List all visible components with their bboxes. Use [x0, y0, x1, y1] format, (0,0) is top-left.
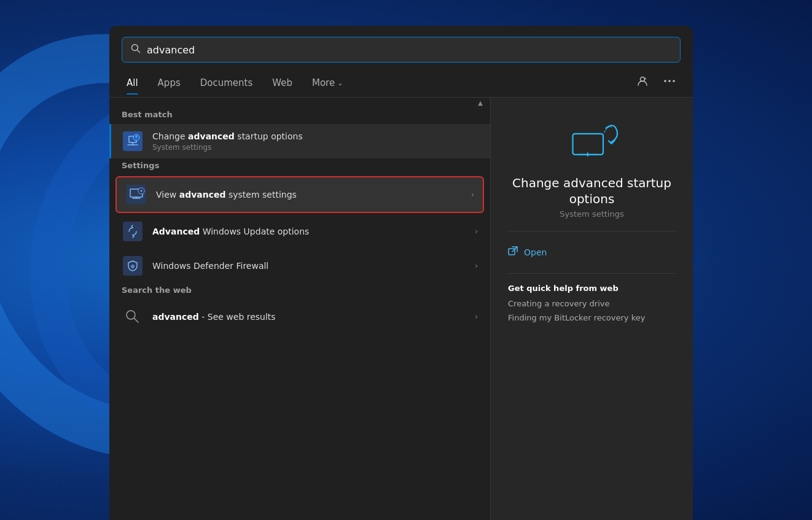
detail-icon-area: [508, 116, 676, 165]
result-change-startup-title: Change advanced startup options: [152, 131, 478, 142]
svg-point-3: [664, 80, 666, 82]
svg-rect-11: [123, 222, 142, 241]
result-windows-defender[interactable]: Windows Defender Firewall ›: [109, 249, 490, 283]
svg-point-14: [127, 311, 135, 319]
result-windows-update[interactable]: Advanced Windows Update options ›: [109, 214, 490, 249]
svg-line-15: [135, 319, 139, 323]
svg-point-13: [131, 265, 135, 268]
result-web-search[interactable]: advanced - See web results ›: [109, 300, 490, 334]
detail-subtitle: System settings: [508, 209, 676, 219]
open-external-icon: [508, 246, 518, 258]
shield-icon: [122, 255, 144, 277]
detail-divider-2: [508, 273, 676, 274]
search-icon: [131, 44, 141, 56]
result-view-advanced-title: View advanced system settings: [156, 189, 463, 200]
section-web-label: Search the web: [109, 283, 490, 300]
svg-line-1: [138, 50, 140, 53]
search-query-text: advanced: [147, 44, 671, 56]
right-panel: Change advanced startup options System s…: [490, 98, 693, 520]
result-windows-update-title: Advanced Windows Update options: [152, 226, 466, 237]
search-panel: advanced All Apps Documents Web More ⌄: [109, 26, 693, 520]
svg-rect-8: [127, 185, 146, 204]
result-web-search-title: advanced - See web results: [152, 311, 466, 322]
result-web-search-text: advanced - See web results: [152, 311, 466, 322]
tab-documents[interactable]: Documents: [190, 72, 263, 95]
svg-rect-16: [572, 134, 603, 155]
tab-all[interactable]: All: [122, 72, 148, 95]
svg-point-5: [673, 80, 675, 82]
windows-update-chevron: ›: [475, 227, 478, 236]
result-change-startup-subtitle: System settings: [152, 143, 478, 152]
svg-point-4: [668, 80, 671, 82]
windows-defender-chevron: ›: [475, 262, 478, 270]
web-search-icon: [122, 306, 144, 328]
detail-open-action[interactable]: Open: [508, 241, 676, 263]
tab-apps[interactable]: Apps: [148, 72, 190, 95]
section-settings-label: Settings: [109, 158, 490, 175]
detail-link-2[interactable]: Finding my BitLocker recovery key: [508, 311, 676, 325]
svg-rect-6: [123, 131, 142, 151]
detail-open-label: Open: [524, 247, 547, 257]
tab-web[interactable]: Web: [262, 72, 302, 95]
result-windows-update-text: Advanced Windows Update options: [152, 226, 466, 237]
result-windows-defender-title: Windows Defender Firewall: [152, 260, 466, 271]
result-change-startup-text: Change advanced startup options System s…: [152, 131, 478, 152]
detail-title: Change advanced startup options: [508, 175, 676, 207]
chevron-down-icon: ⌄: [337, 79, 343, 87]
monitor-settings-icon: [125, 184, 147, 206]
tab-more[interactable]: More ⌄: [302, 72, 353, 95]
result-change-startup[interactable]: Change advanced startup options System s…: [109, 124, 490, 158]
result-view-advanced[interactable]: View advanced system settings ›: [115, 176, 484, 213]
scroll-up-arrow[interactable]: ▲: [475, 98, 485, 107]
search-bar: advanced: [109, 26, 693, 63]
web-search-chevron: ›: [475, 312, 478, 321]
tabs-right-actions: [631, 70, 681, 97]
section-best-match-label: Best match: [109, 107, 490, 124]
more-options-btn[interactable]: [658, 70, 681, 92]
person-icon-btn[interactable]: [631, 70, 654, 92]
left-panel: ▲ Best match Change advanced startup opt…: [109, 98, 490, 520]
result-view-advanced-text: View advanced system settings: [156, 189, 463, 200]
tabs-bar: All Apps Documents Web More ⌄: [109, 63, 693, 98]
detail-link-1[interactable]: Creating a recovery drive: [508, 297, 676, 311]
result-windows-defender-text: Windows Defender Firewall: [152, 260, 466, 271]
refresh-icon: [122, 220, 144, 243]
startup-icon: [122, 130, 144, 152]
search-input-wrapper[interactable]: advanced: [122, 37, 681, 63]
detail-divider: [508, 231, 676, 231]
detail-quick-help-label: Get quick help from web: [508, 284, 676, 293]
main-content: ▲ Best match Change advanced startup opt…: [109, 98, 693, 520]
view-advanced-chevron: ›: [471, 190, 474, 199]
